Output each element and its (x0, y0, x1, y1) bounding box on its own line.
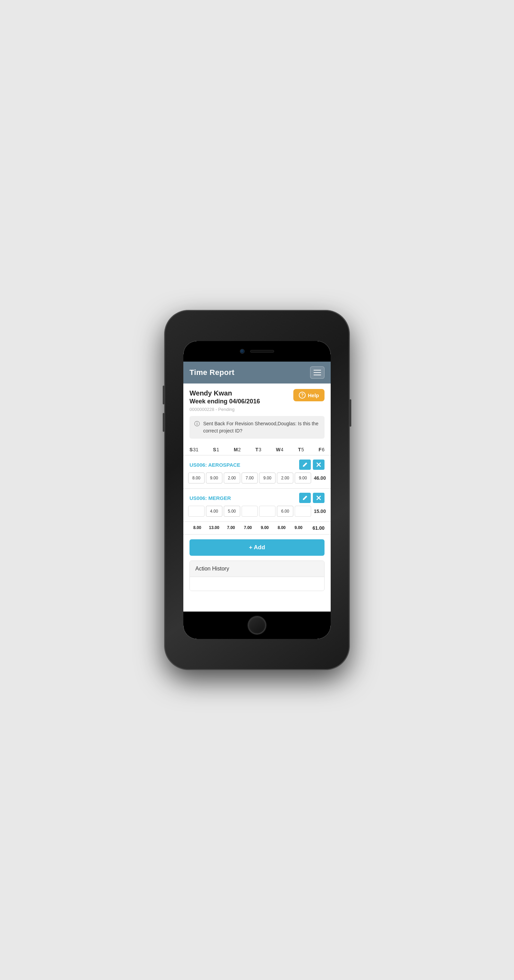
merger-hour-4[interactable] (259, 506, 276, 517)
help-button[interactable]: ? Help (293, 389, 324, 401)
merger-row-total: 15.00 (313, 509, 326, 514)
totals-row: 8.00 13.00 7.00 7.00 9.00 8.00 9.00 61.0… (184, 522, 330, 535)
aerospace-edit-button[interactable] (299, 460, 311, 470)
merger-hour-2[interactable]: 5.00 (224, 506, 240, 517)
volume-down-button (163, 413, 164, 432)
phone-device: Time Report Wendy Kwan Week ending 04/06… (164, 310, 350, 670)
day-letter: F (319, 447, 322, 452)
day-number: 5 (301, 447, 304, 452)
day-item-w4: W 4 (276, 447, 283, 452)
total-day-4: 9.00 (257, 525, 273, 531)
info-icon: ⓘ (194, 420, 200, 428)
aerospace-row-total: 46.00 (313, 475, 326, 481)
menu-line-3 (314, 375, 321, 375)
phone-screen: Time Report Wendy Kwan Week ending 04/06… (184, 361, 330, 612)
aerospace-hour-1[interactable]: 9.00 (206, 473, 222, 484)
merger-project-actions (299, 493, 324, 503)
day-number: 3 (259, 447, 262, 452)
day-headers: S 31 S 1 M 2 T 3 (184, 444, 330, 455)
day-number: 2 (238, 447, 241, 452)
day-number: 6 (322, 447, 324, 452)
day-item-s31: S 31 (190, 447, 198, 452)
merger-hour-5[interactable]: 6.00 (277, 506, 293, 517)
phone-top-bar (184, 341, 330, 361)
merger-time-cells: 4.00 5.00 6.00 15.00 (187, 506, 327, 522)
app-title: Time Report (190, 368, 235, 377)
merger-hour-6[interactable] (295, 506, 311, 517)
merger-project-name[interactable]: US006: MERGER (190, 495, 231, 501)
day-number: 1 (217, 447, 219, 452)
merger-edit-button[interactable] (299, 493, 311, 503)
action-history-header: Action History (190, 561, 324, 577)
day-item-t5: T 5 (298, 447, 304, 452)
power-button (350, 399, 351, 426)
help-icon: ? (299, 392, 306, 399)
home-button[interactable] (248, 616, 266, 634)
total-day-1: 13.00 (206, 525, 222, 531)
phone-screen-container: Time Report Wendy Kwan Week ending 04/06… (184, 341, 330, 639)
total-day-5: 8.00 (274, 525, 289, 531)
day-number: 4 (281, 447, 283, 452)
time-entry-aerospace: US006: AEROSPACE (184, 455, 330, 488)
aerospace-project-actions (299, 460, 324, 470)
time-entry-merger: US006: MERGER (184, 488, 330, 522)
camera-icon (240, 349, 245, 354)
day-number: 31 (193, 447, 198, 452)
aerospace-time-cells: 8.00 9.00 2.00 7.00 9.00 2.00 9.00 46.00 (187, 473, 327, 488)
day-row: S 31 S 1 M 2 T 3 (190, 447, 324, 452)
total-day-6: 9.00 (291, 525, 306, 531)
day-letter: S (190, 447, 193, 452)
aerospace-hour-0[interactable]: 8.00 (188, 473, 204, 484)
day-item-t3: T 3 (255, 447, 261, 452)
menu-button[interactable] (310, 366, 324, 379)
merger-hour-3[interactable] (241, 506, 258, 517)
day-letter: M (234, 447, 238, 452)
total-day-0: 8.00 (190, 525, 205, 531)
aerospace-hour-5[interactable]: 2.00 (277, 473, 293, 484)
aerospace-hour-6[interactable]: 9.00 (295, 473, 311, 484)
action-history-section: Action History (190, 560, 324, 591)
notification-text: Sent Back For Revision Sherwood,Douglas:… (203, 420, 320, 434)
aerospace-delete-button[interactable] (313, 460, 324, 470)
total-day-3: 7.00 (240, 525, 255, 531)
phone-bottom-bar (184, 612, 330, 639)
merger-hour-1[interactable]: 4.00 (206, 506, 222, 517)
day-letter: W (276, 447, 280, 452)
notification-banner: ⓘ Sent Back For Revision Sherwood,Dougla… (190, 416, 324, 439)
total-day-2: 7.00 (223, 525, 239, 531)
aerospace-hour-2[interactable]: 2.00 (224, 473, 240, 484)
day-item-s1: S 1 (213, 447, 219, 452)
aerospace-project-header: US006: AEROSPACE (187, 455, 327, 473)
day-letter: S (213, 447, 216, 452)
day-item-m2: M 2 (234, 447, 241, 452)
action-history-content (190, 577, 324, 591)
grand-total: 61.00 (308, 525, 324, 531)
user-name: Wendy Kwan (190, 389, 260, 397)
day-letter: T (255, 447, 259, 452)
speaker-icon (250, 350, 274, 353)
merger-project-header: US006: MERGER (187, 488, 327, 506)
user-details: Wendy Kwan Week ending 04/06/2016 000000… (190, 389, 260, 412)
merger-delete-button[interactable] (313, 493, 324, 503)
aerospace-hour-3[interactable]: 7.00 (241, 473, 258, 484)
menu-line-1 (314, 370, 321, 371)
user-info-section: Wendy Kwan Week ending 04/06/2016 000000… (184, 383, 330, 416)
week-ending: Week ending 04/06/2016 (190, 397, 260, 406)
help-button-label: Help (308, 392, 319, 398)
report-id: 0000000228 - Pending (190, 407, 260, 412)
volume-up-button (163, 385, 164, 404)
app-header: Time Report (184, 361, 330, 383)
menu-line-2 (314, 372, 321, 373)
day-item-f6: F 6 (319, 447, 324, 452)
aerospace-hour-4[interactable]: 9.00 (259, 473, 276, 484)
aerospace-project-name[interactable]: US006: AEROSPACE (190, 462, 240, 468)
add-button[interactable]: + Add (190, 539, 324, 556)
day-letter: T (298, 447, 301, 452)
merger-hour-0[interactable] (188, 506, 204, 517)
